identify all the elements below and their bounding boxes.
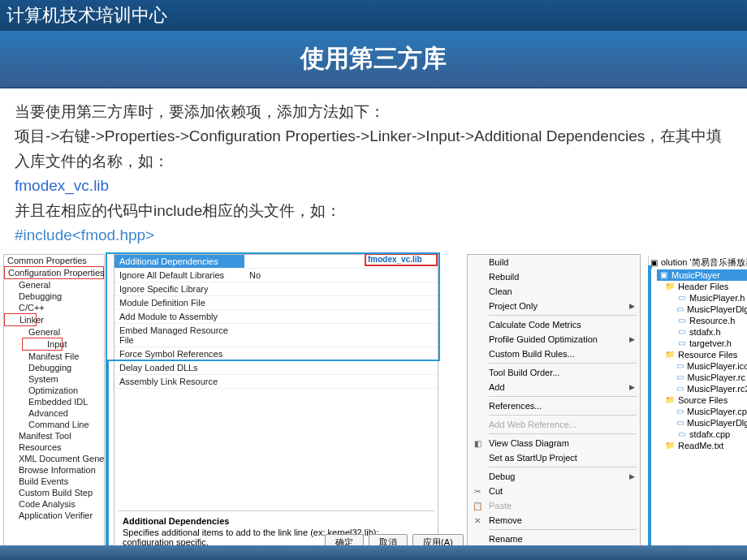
menu-item-label: Set as StartUp Project <box>489 453 577 463</box>
grid-row[interactable]: Delay Loaded DLLs <box>114 361 438 375</box>
menu-item-references-[interactable]: References... <box>468 398 640 413</box>
context-menu: BuildRebuildCleanProject Only▶Calculate … <box>467 254 641 560</box>
solution-folder[interactable]: 📁Header Files <box>663 281 747 292</box>
tree-item[interactable]: Advanced <box>4 407 104 419</box>
menu-item-label: Calculate Code Metrics <box>489 320 581 330</box>
solution-folder[interactable]: 📁ReadMe.txt <box>663 440 747 451</box>
tree-item[interactable]: Custom Build Step <box>4 487 104 498</box>
menu-item-label: Custom Build Rules... <box>489 349 575 359</box>
tree-item[interactable]: XML Document Gene <box>4 453 104 464</box>
grid-value[interactable] <box>244 375 438 388</box>
tree-item[interactable]: Application Verifier <box>4 510 104 521</box>
grid-value[interactable] <box>244 324 438 347</box>
tree-item-config-properties[interactable]: Configuration Properties <box>4 266 104 279</box>
menu-item-add-web-reference-: Add Web Reference... <box>468 417 640 432</box>
solution-file[interactable]: ▭Resource.h <box>675 315 747 326</box>
menu-item-build[interactable]: Build <box>468 255 640 269</box>
tree-item[interactable]: Manifest File <box>4 351 104 362</box>
grid-row[interactable]: Ignore All Default LibrariesNo <box>114 269 438 282</box>
grid-value[interactable] <box>244 282 438 295</box>
tree-item[interactable]: System <box>4 373 104 385</box>
file-icon: ▭ <box>676 304 684 314</box>
solution-file[interactable]: ▭MusicPlayer.rc2 <box>675 383 747 394</box>
grid-value[interactable] <box>244 296 438 309</box>
solution-file[interactable]: ▭MusicPlayer.ico <box>675 360 747 372</box>
solution-file[interactable]: ▭MusicPlayerDlg.h <box>675 304 747 315</box>
solution-folder[interactable]: 📁Resource Files <box>663 349 747 360</box>
menu-icon: ✕ <box>471 516 484 525</box>
menu-item-set-as-startup-project[interactable]: Set as StartUp Project <box>468 450 640 465</box>
solution-file[interactable]: ▭targetver.h <box>675 338 747 349</box>
menu-item-tool-build-order-[interactable]: Tool Build Order... <box>468 365 640 380</box>
menu-icon: 📋 <box>471 502 484 510</box>
tree-item-input[interactable]: Input <box>22 338 63 351</box>
file-icon: ▭ <box>676 338 686 348</box>
tree-item-linker[interactable]: Linker <box>4 313 37 326</box>
menu-item-label: Cut <box>489 486 503 496</box>
solution-folder[interactable]: 📁Source Files <box>663 394 747 406</box>
grid-row[interactable]: Module Definition File <box>114 296 438 310</box>
solution-file[interactable]: ▭MusicPlayer.cpp <box>675 406 747 417</box>
menu-item-cut[interactable]: ✂Cut <box>468 484 640 498</box>
tree-item[interactable]: Code Analysis <box>4 498 104 510</box>
menu-item-custom-build-rules-[interactable]: Custom Build Rules... <box>468 347 640 361</box>
menu-item-rebuild[interactable]: Rebuild <box>468 269 640 284</box>
menu-item-remove[interactable]: ✕Remove <box>468 513 640 528</box>
folder-icon: 📁 <box>665 350 675 360</box>
content-code-include: #include<fmod.hpp> <box>15 223 732 248</box>
grid-row[interactable]: Force Symbol References <box>114 347 438 361</box>
tree-item[interactable]: Browse Information <box>4 464 104 476</box>
tree-item[interactable]: Embedded IDL <box>4 396 104 407</box>
tree-item[interactable]: Common Properties <box>4 255 104 266</box>
tree-item[interactable]: Debugging <box>4 291 104 302</box>
submenu-arrow-icon: ▶ <box>629 335 635 343</box>
menu-item-project-only[interactable]: Project Only▶ <box>468 299 640 313</box>
tree-item[interactable]: General <box>4 326 104 338</box>
solution-file[interactable]: ▭stdafx.cpp <box>675 429 747 440</box>
submenu-arrow-icon: ▶ <box>629 383 635 391</box>
tree-item[interactable]: Command Line <box>4 419 104 430</box>
menu-item-label: Add Web Reference... <box>489 420 576 429</box>
tree-item[interactable]: Optimization <box>4 385 104 396</box>
grid-value[interactable] <box>244 310 438 323</box>
menu-item-clean[interactable]: Clean <box>468 284 640 299</box>
menu-item-profile-guided-optimization[interactable]: Profile Guided Optimization▶ <box>468 332 640 347</box>
menu-item-add[interactable]: Add▶ <box>468 380 640 394</box>
menu-item-label: Profile Guided Optimization <box>489 334 598 344</box>
grid-row[interactable]: Assembly Link Resource <box>114 375 438 389</box>
tree-item[interactable]: C/C++ <box>4 302 104 313</box>
menu-item-label: References... <box>489 401 542 411</box>
solution-file[interactable]: ▭MusicPlayer.rc <box>675 372 747 383</box>
file-icon: ▭ <box>676 384 684 394</box>
tree-item[interactable]: Manifest Tool <box>4 430 104 442</box>
grid-row[interactable]: Ignore Specific Library <box>114 282 438 296</box>
annotation-line <box>106 360 109 559</box>
menu-item-debug[interactable]: Debug▶ <box>468 469 640 484</box>
folder-icon: 📁 <box>665 441 675 450</box>
solution-file[interactable]: ▭MusicPlayer.h <box>675 292 747 304</box>
menu-item-rename[interactable]: Rename <box>468 532 640 546</box>
grid-row[interactable]: Embed Managed Resource File <box>114 324 438 347</box>
grid-row[interactable]: Add Module to Assembly <box>114 310 438 324</box>
solution-file[interactable]: ▭stdafx.h <box>675 326 747 338</box>
menu-item-label: Add <box>489 382 505 392</box>
folder-icon: 📁 <box>665 395 675 405</box>
solution-file[interactable]: ▭MusicPlayerDlg.cp <box>675 417 747 429</box>
tree-item[interactable]: Debugging <box>4 362 104 373</box>
grid-label: Embed Managed Resource File <box>114 324 244 347</box>
project-label: MusicPlayer <box>671 270 720 280</box>
solution-project[interactable]: ▣MusicPlayer <box>657 269 747 281</box>
grid-value[interactable]: No <box>244 269 438 282</box>
grid-value-highlight[interactable]: fmodex_vc.lib <box>365 253 438 266</box>
file-label: Resource.h <box>689 316 735 325</box>
menu-item-calculate-code-metrics[interactable]: Calculate Code Metrics <box>468 317 640 332</box>
tree-item[interactable]: Resources <box>4 442 104 453</box>
tree-item[interactable]: Build Events <box>4 476 104 487</box>
menu-item-view-class-diagram[interactable]: ◧View Class Diagram <box>468 436 640 450</box>
grid-value[interactable] <box>244 361 438 374</box>
file-icon: ▭ <box>676 327 686 337</box>
tree-item[interactable]: General <box>4 279 104 291</box>
grid-value[interactable] <box>244 347 438 360</box>
solution-root[interactable]: ▣olution '简易音乐播放器' (1 p <box>649 256 747 269</box>
properties-grid: Additional Dependencies fmodex_vc.lib Ig… <box>114 254 438 556</box>
